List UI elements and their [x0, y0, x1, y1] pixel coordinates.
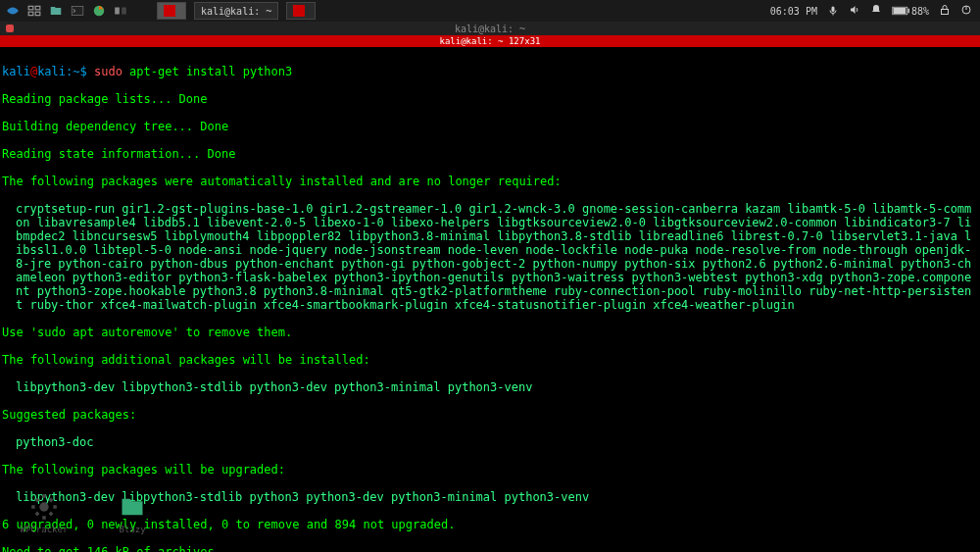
desktop-icon-label: Blazy — [119, 525, 145, 534]
prompt-path: :~ — [66, 65, 79, 78]
firefox-icon[interactable] — [90, 2, 108, 20]
output-line: Reading state information... Done — [2, 147, 978, 161]
package-list: python3-doc — [2, 435, 978, 449]
files-icon[interactable] — [47, 2, 65, 20]
battery-percent: 88% — [911, 6, 929, 17]
svg-rect-10 — [893, 8, 906, 14]
window-title: kali@kali: ~ — [455, 24, 525, 34]
taskbar-left: kali@kali: ~ — [0, 2, 319, 20]
output-line: Use 'sudo apt autoremove' to remove them… — [2, 326, 978, 339]
tab-title: kali@kali: ~ 127x31 — [440, 36, 541, 46]
prompt-line: kali@kali:~$ sudo apt-get install python… — [2, 65, 978, 78]
output-line: Need to get 146 kB of archives. — [2, 545, 978, 552]
task-item-3[interactable] — [286, 2, 316, 20]
svg-rect-3 — [35, 12, 40, 16]
svg-rect-11 — [907, 9, 909, 14]
task-item-label: kali@kali: ~ — [201, 6, 271, 17]
window-list-icon[interactable] — [25, 2, 43, 20]
power-icon[interactable] — [960, 4, 972, 18]
cmd-text: apt-get install python3 — [122, 65, 292, 78]
output-line: Suggested packages: — [2, 408, 978, 422]
task-item-1[interactable] — [157, 2, 186, 20]
cmd-sudo: sudo — [94, 65, 122, 78]
package-list: libpython3-dev libpython3-stdlib python3… — [2, 380, 978, 394]
output-line: The following packages were automaticall… — [2, 175, 978, 188]
notification-icon[interactable] — [870, 4, 882, 18]
prompt-user: kali — [2, 65, 30, 78]
prompt-host: kali — [37, 65, 66, 78]
desktop-icon-label: WPCracker — [21, 525, 69, 534]
clock[interactable]: 06:03 PM — [770, 6, 817, 17]
desktop-icon-wpcracker[interactable]: WPCracker — [20, 492, 69, 534]
prompt-symbol: $ — [80, 65, 94, 78]
gear-icon — [29, 492, 59, 522]
kali-menu-icon[interactable] — [4, 2, 22, 20]
folder-icon — [118, 492, 147, 522]
window-titlebar[interactable]: kali@kali: ~ — [0, 22, 980, 35]
volume-icon[interactable] — [849, 4, 860, 18]
package-list: cryptsetup-run gir1.2-gst-plugins-base-1… — [2, 202, 978, 312]
battery-icon[interactable]: 88% — [892, 6, 929, 17]
svg-rect-4 — [72, 6, 83, 15]
output-line: The following packages will be upgraded: — [2, 463, 978, 477]
svg-rect-7 — [122, 8, 126, 15]
svg-rect-8 — [831, 7, 834, 13]
svg-rect-0 — [28, 6, 33, 10]
workspace-switcher-icon[interactable] — [112, 2, 129, 20]
svg-rect-12 — [942, 10, 949, 15]
output-line: Reading package lists... Done — [2, 92, 978, 106]
taskbar-right: 06:03 PM 88% — [770, 4, 980, 18]
svg-rect-1 — [35, 6, 40, 10]
terminal-tab[interactable]: kali@kali: ~ 127x31 — [0, 35, 980, 47]
close-icon[interactable] — [6, 25, 14, 32]
terminal-launcher-icon[interactable] — [69, 2, 86, 20]
desktop-icons: WPCracker Blazy — [20, 492, 157, 534]
lock-icon[interactable] — [939, 4, 951, 18]
svg-rect-2 — [28, 12, 33, 16]
output-line: The following additional packages will b… — [2, 353, 978, 367]
mic-icon[interactable] — [827, 5, 839, 17]
output-line: Building dependency tree... Done — [2, 120, 978, 133]
svg-point-14 — [39, 502, 48, 511]
taskbar: kali@kali: ~ 06:03 PM 88% — [0, 0, 980, 22]
desktop-icon-blazy[interactable]: Blazy — [108, 492, 157, 534]
svg-rect-6 — [115, 8, 120, 15]
terminal-output[interactable]: kali@kali:~$ sudo apt-get install python… — [0, 47, 980, 552]
task-item-2[interactable]: kali@kali: ~ — [194, 2, 278, 20]
